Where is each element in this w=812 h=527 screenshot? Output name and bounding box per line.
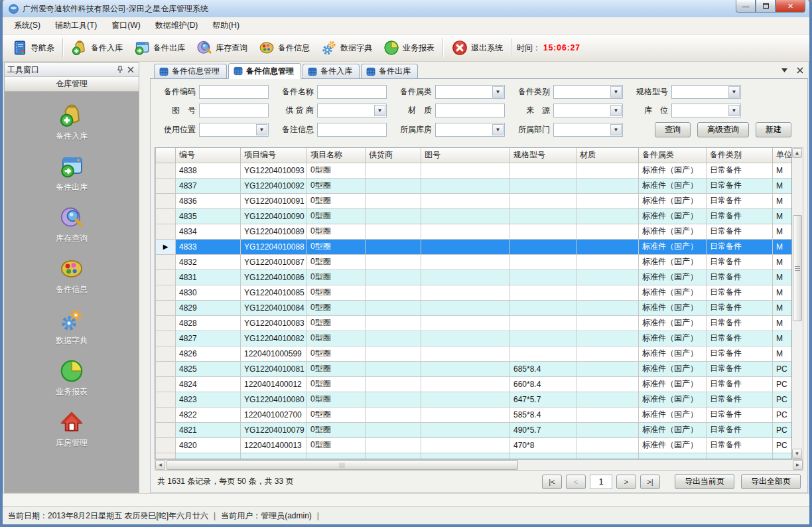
cell-project_no[interactable]: YG12204010085: [241, 285, 307, 300]
row-selector-cell[interactable]: [156, 392, 176, 407]
cell-project_no[interactable]: YG12204010092: [241, 178, 307, 193]
last-page-button[interactable]: >|: [640, 475, 660, 489]
sidebar-item-2[interactable]: 备件出库: [5, 153, 139, 193]
cell-spec[interactable]: 647*5.7: [510, 392, 576, 407]
cell-drawing[interactable]: [421, 163, 510, 178]
cell-supplier[interactable]: [366, 315, 421, 331]
row-selector-cell[interactable]: [156, 376, 176, 392]
cell-drawing[interactable]: [421, 361, 510, 376]
cell-type[interactable]: 日常备件: [707, 300, 773, 315]
cell-type[interactable]: 日常备件: [707, 163, 773, 178]
sidebar-item-6[interactable]: 业务报表: [5, 358, 139, 398]
cell-project_no[interactable]: YG12204010091: [241, 193, 307, 208]
field-input[interactable]: [199, 104, 269, 117]
field-dropdown[interactable]: ▼: [553, 123, 623, 137]
cell-drawing[interactable]: [421, 285, 510, 300]
cell-project_no[interactable]: YG12204010089: [241, 224, 307, 239]
table-row[interactable]: 4821YG122040100790型圈490*5.7标准件（国产）日常备件PC: [156, 422, 793, 437]
cell-name[interactable]: 0型圈: [307, 376, 366, 392]
cell-spec[interactable]: [510, 254, 576, 269]
column-header-9[interactable]: 备件类别: [707, 148, 773, 163]
cell-supplier[interactable]: [366, 376, 421, 392]
cell-no[interactable]: 4830: [176, 285, 241, 300]
column-header-3[interactable]: 项目名称: [307, 148, 366, 163]
cell-no[interactable]: 4821: [176, 422, 241, 437]
tab-2[interactable]: 备件信息管理: [228, 63, 301, 79]
cell-unit[interactable]: M: [773, 285, 793, 300]
tab-close-icon[interactable]: [795, 65, 805, 76]
row-selector-cell[interactable]: [156, 208, 176, 224]
cell-drawing[interactable]: [421, 376, 510, 392]
cell-category[interactable]: 标准件（国产）: [639, 285, 707, 300]
cell-name[interactable]: 0型圈: [307, 346, 366, 361]
cell-name[interactable]: 0型圈: [307, 361, 366, 376]
column-header-2[interactable]: 项目编号: [241, 148, 307, 163]
toolbar-button-5[interactable]: 备件信息: [253, 37, 315, 58]
cell-type[interactable]: 日常备件: [707, 254, 773, 269]
cell-material[interactable]: [576, 361, 639, 376]
cell-project_no[interactable]: YG12204010093: [241, 163, 307, 178]
cell-name[interactable]: 0型圈: [307, 285, 366, 300]
cell-no[interactable]: 4836: [176, 193, 241, 208]
cell-name[interactable]: 0型圈: [307, 331, 366, 346]
cell-supplier[interactable]: [366, 331, 421, 346]
cell-supplier[interactable]: [366, 178, 421, 193]
cell-spec[interactable]: [510, 163, 576, 178]
tool-window-close-icon[interactable]: [125, 64, 136, 75]
cell-drawing[interactable]: [421, 224, 510, 239]
cell-supplier[interactable]: [366, 269, 421, 285]
cell-spec[interactable]: [510, 331, 576, 346]
table-row[interactable]: 4827YG122040100820型圈标准件（国产）日常备件M: [156, 331, 793, 346]
field-dropdown[interactable]: ▼: [435, 123, 505, 137]
hscroll-thumb[interactable]: [167, 460, 518, 470]
cell-spec[interactable]: [510, 315, 576, 331]
cell-no[interactable]: 4832: [176, 254, 241, 269]
cell-material[interactable]: [576, 300, 639, 315]
cell-unit[interactable]: M: [773, 208, 793, 224]
table-row[interactable]: 482012204014000130型圈470*8标准件（国产）日常备件PC: [156, 437, 793, 453]
chevron-down-icon[interactable]: [779, 65, 789, 76]
cell-category[interactable]: 标准件（国产）: [639, 300, 707, 315]
cell-drawing[interactable]: [421, 300, 510, 315]
cell-no[interactable]: 4828: [176, 315, 241, 331]
column-header-5[interactable]: 图号: [421, 148, 510, 163]
toolbar-button-7[interactable]: 业务报表: [377, 37, 440, 58]
field-input[interactable]: [317, 85, 387, 99]
cell-type[interactable]: 日常备件: [707, 407, 773, 422]
cell-spec[interactable]: [510, 224, 576, 239]
cell-material[interactable]: [576, 392, 639, 407]
table-row[interactable]: 482412204014000120型圈660*8.4标准件（国产）日常备件PC: [156, 376, 793, 392]
cell-supplier[interactable]: [366, 422, 421, 437]
field-dropdown[interactable]: ▼: [199, 123, 269, 137]
vscroll-thumb[interactable]: [793, 215, 802, 321]
row-selector-cell[interactable]: [156, 407, 176, 422]
cell-name[interactable]: 0型圈: [307, 269, 366, 285]
cell-type[interactable]: 日常备件: [707, 331, 773, 346]
pin-icon[interactable]: [115, 64, 125, 75]
cell-type[interactable]: 日常备件: [707, 422, 773, 437]
table-row-partial[interactable]: [156, 453, 793, 459]
cell-name[interactable]: 0型圈: [307, 178, 366, 193]
cell-spec[interactable]: [510, 193, 576, 208]
row-selector-cell[interactable]: [156, 269, 176, 285]
export-current-page-button[interactable]: 导出当前页: [675, 474, 734, 489]
cell-supplier[interactable]: [366, 208, 421, 224]
new-button[interactable]: 新建: [756, 122, 791, 137]
field-input[interactable]: [435, 104, 505, 117]
cell-unit[interactable]: PC: [773, 392, 793, 407]
cell-no[interactable]: 4835: [176, 208, 241, 224]
cell-no[interactable]: 4833: [176, 239, 241, 254]
row-selector-cell[interactable]: [156, 224, 176, 239]
table-row[interactable]: 482212204010027000型圈585*8.4标准件（国产）日常备件PC: [156, 407, 793, 422]
cell-supplier[interactable]: [366, 392, 421, 407]
cell-name[interactable]: 0型圈: [307, 315, 366, 331]
row-selector-cell[interactable]: [156, 361, 176, 376]
cell-project_no[interactable]: YG12204010086: [241, 269, 307, 285]
cell-category[interactable]: 标准件（国产）: [639, 376, 707, 392]
cell-project_no[interactable]: YG12204010079: [241, 422, 307, 437]
table-row[interactable]: 4835YG122040100900型圈标准件（国产）日常备件M: [156, 208, 793, 224]
row-selector-header[interactable]: [156, 148, 176, 163]
cell-spec[interactable]: [510, 208, 576, 224]
cell-type[interactable]: 日常备件: [707, 376, 773, 392]
page-number-input[interactable]: [590, 475, 612, 489]
